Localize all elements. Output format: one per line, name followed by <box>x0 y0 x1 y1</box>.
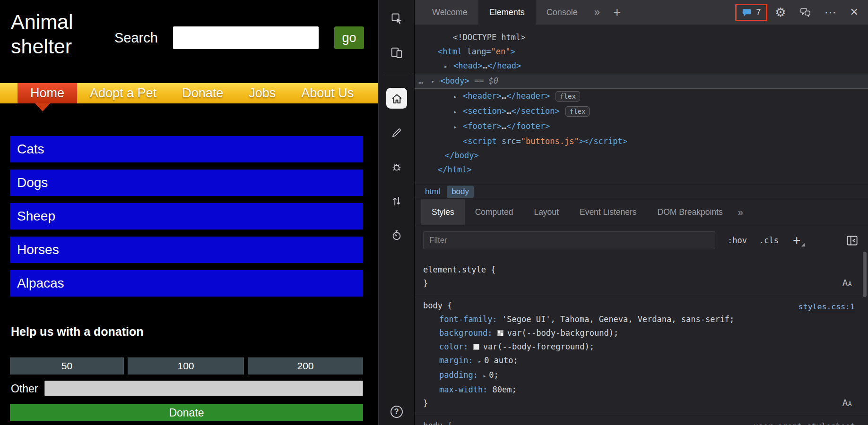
devtools-activity-bar: ? <box>378 0 414 425</box>
tree-node-section[interactable]: ▸<section>…</section>flex <box>415 104 868 119</box>
other-amount-label: Other <box>11 382 38 395</box>
sources-icon[interactable] <box>391 127 403 139</box>
more-menu-icon[interactable]: ⋯ <box>825 5 837 20</box>
body-rule-close[interactable]: } <box>415 397 868 410</box>
styles-filter-row: :hov .cls + <box>415 225 868 255</box>
devtools-panel: Welcome Elements Console » + 7 ⚙ <box>415 0 868 425</box>
tree-node-script[interactable]: <script src="buttons.js"></script> <box>415 134 868 148</box>
performance-timer-icon[interactable] <box>391 229 403 241</box>
styles-filter-input[interactable] <box>423 231 715 249</box>
tree-node-head[interactable]: ▸<head>…</head> <box>415 59 868 74</box>
flex-badge[interactable]: flex <box>556 91 580 102</box>
expander-icon[interactable]: ▾ <box>431 75 440 88</box>
expander-icon[interactable]: ▸ <box>453 90 463 104</box>
add-tab-icon[interactable]: + <box>613 5 621 20</box>
category-button-horses[interactable]: Horses <box>10 237 363 263</box>
nav-item-adopt[interactable]: Adopt a Pet <box>77 83 169 103</box>
dom-tree: <!DOCTYPE html> <html lang="en"> ▸<head>… <box>415 25 868 184</box>
sidebar-toggle-icon[interactable] <box>846 234 859 247</box>
tab-layout[interactable]: Layout <box>523 199 569 225</box>
stylesheet-source-link[interactable]: styles.css:1 <box>799 300 855 314</box>
activity-bar-divider <box>383 72 409 72</box>
donation-amount-100[interactable]: 100 <box>128 357 244 374</box>
css-property-font-family[interactable]: font-family: 'Segoe UI', Tahoma, Geneva,… <box>415 313 868 326</box>
node-options-icon[interactable]: … <box>418 74 423 87</box>
tree-node-html-open[interactable]: <html lang="en"> <box>415 44 868 59</box>
css-property-padding[interactable]: padding: ▸0; <box>415 368 868 383</box>
issues-counter[interactable]: 7 <box>735 4 767 21</box>
category-button-cats[interactable]: Cats <box>10 136 363 162</box>
feedback-icon[interactable] <box>799 7 811 18</box>
css-property-color[interactable]: color: var(--body-foreground); <box>415 340 868 354</box>
inspect-tool-icon[interactable] <box>391 12 403 25</box>
expander-icon[interactable]: ▸ <box>453 105 463 119</box>
tab-welcome[interactable]: Welcome <box>421 0 478 25</box>
donation-amount-200[interactable]: 200 <box>248 357 363 374</box>
settings-gear-icon[interactable]: ⚙ <box>775 5 786 20</box>
tree-node-body-selected[interactable]: …▾<body> == $0 <box>415 74 868 89</box>
css-property-background[interactable]: background: var(--body-background); <box>415 326 868 340</box>
nav-item-home[interactable]: Home <box>17 83 77 103</box>
styles-sidebar-tabs: Styles Computed Layout Event Listeners D… <box>415 199 868 225</box>
inline-style-selector[interactable]: element.style { <box>415 263 868 277</box>
devtools-tabbar: Welcome Elements Console » + 7 ⚙ <box>415 0 868 25</box>
donation-amount-50[interactable]: 50 <box>10 357 124 374</box>
debugger-bug-icon[interactable] <box>391 161 403 173</box>
browser-page: Animal shelter Search go Home Adopt a Pe… <box>0 0 378 425</box>
tab-console[interactable]: Console <box>536 0 589 25</box>
tab-event-listeners[interactable]: Event Listeners <box>569 199 647 225</box>
new-style-rule-button[interactable]: + <box>793 233 800 248</box>
devtools-toolbar-icons: ⚙ ⋯ ✕ <box>775 5 859 20</box>
text-color-swatch[interactable] <box>473 344 479 350</box>
network-conditions-icon[interactable] <box>391 195 403 207</box>
css-property-margin[interactable]: margin: ▸0 auto; <box>415 354 868 368</box>
nav-item-jobs[interactable]: Jobs <box>236 83 288 103</box>
tree-node-html-close[interactable]: </html> <box>415 162 868 177</box>
shorthand-expander-icon[interactable]: ▸ <box>483 373 486 379</box>
welcome-home-icon[interactable] <box>386 88 407 109</box>
category-button-sheep[interactable]: Sheep <box>10 203 363 230</box>
breadcrumb-html[interactable]: html <box>422 186 443 197</box>
issues-count: 7 <box>756 8 761 17</box>
tree-node-doctype[interactable]: <!DOCTYPE html> <box>415 30 868 44</box>
nav-item-donate[interactable]: Donate <box>169 83 236 103</box>
expander-icon[interactable]: ▸ <box>444 60 453 74</box>
tree-node-body-close[interactable]: </body> <box>415 148 868 162</box>
flex-badge[interactable]: flex <box>565 106 590 117</box>
user-agent-stylesheet-note: user agent stylesheet <box>753 420 855 425</box>
inline-style-close[interactable]: } <box>415 277 868 290</box>
breadcrumb: html body <box>415 184 868 199</box>
background-color-swatch[interactable] <box>497 330 503 336</box>
font-editor-icon[interactable]: AA <box>842 396 852 411</box>
device-emulation-icon[interactable] <box>391 46 403 59</box>
tab-computed[interactable]: Computed <box>465 199 524 225</box>
search-label: Search <box>114 30 158 46</box>
other-amount-input[interactable] <box>44 381 363 396</box>
category-button-dogs[interactable]: Dogs <box>10 170 363 196</box>
tab-styles[interactable]: Styles <box>421 199 465 225</box>
scrollbar-thumb[interactable] <box>863 252 867 297</box>
donate-button[interactable]: Donate <box>10 404 363 421</box>
css-property-max-width[interactable]: max-width: 80em; <box>415 383 868 397</box>
toggle-class-button[interactable]: .cls <box>759 236 779 245</box>
page-title: Animal shelter <box>11 9 129 59</box>
expander-icon[interactable]: ▸ <box>453 120 463 134</box>
tree-node-header[interactable]: ▸<header>…</header>flex <box>415 89 868 104</box>
more-sidebar-tabs-icon[interactable]: » <box>738 207 743 218</box>
more-tabs-icon[interactable]: » <box>594 6 600 18</box>
tree-node-footer[interactable]: ▸<footer>…</footer> <box>415 119 868 134</box>
category-button-alpacas[interactable]: Alpacas <box>10 270 363 297</box>
style-rule-body: styles.css:1 body { font-family: 'Segoe … <box>415 295 868 415</box>
search-go-button[interactable]: go <box>334 26 364 49</box>
help-icon[interactable]: ? <box>391 406 403 418</box>
close-devtools-icon[interactable]: ✕ <box>850 6 859 18</box>
font-editor-icon[interactable]: AA <box>842 276 852 291</box>
breadcrumb-body[interactable]: body <box>447 186 474 198</box>
shorthand-expander-icon[interactable]: ▸ <box>478 358 481 365</box>
toggle-hover-state-button[interactable]: :hov <box>728 236 747 245</box>
nav-item-about[interactable]: About Us <box>288 83 366 103</box>
search-input[interactable] <box>173 26 319 49</box>
tab-dom-breakpoints[interactable]: DOM Breakpoints <box>647 199 733 225</box>
selected-node-marker: == $0 <box>469 76 498 85</box>
tab-elements[interactable]: Elements <box>478 0 536 25</box>
